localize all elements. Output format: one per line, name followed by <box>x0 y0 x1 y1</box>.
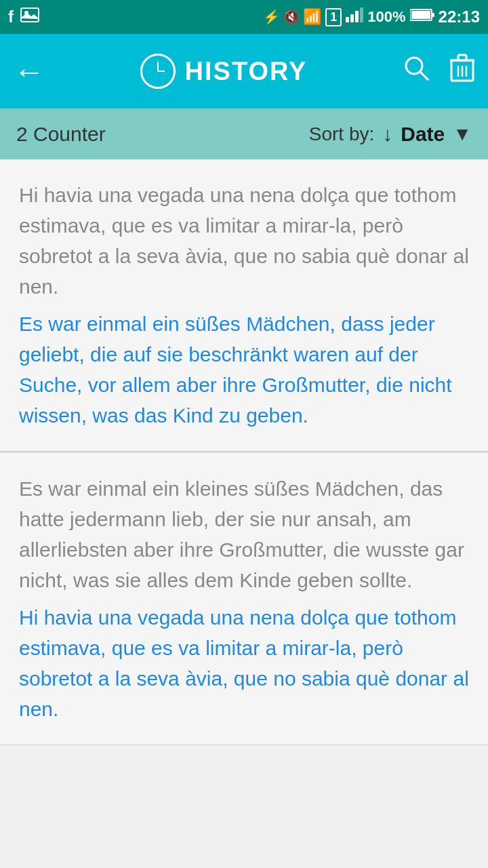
battery-icon <box>410 8 434 26</box>
signal-bars-icon <box>346 7 363 26</box>
sim1-icon: 1 <box>325 8 342 26</box>
battery-percent: 100% <box>367 8 405 26</box>
status-bar: f ⚡ 🔇 📶 1 100% <box>0 0 488 34</box>
sort-direction-icon[interactable]: ↓ <box>382 123 392 146</box>
card-gray-text-1: Hi havia una vegada una nena dolça que t… <box>19 180 469 302</box>
delete-button[interactable] <box>450 54 474 89</box>
wifi-icon: 📶 <box>303 8 321 26</box>
clock-icon <box>140 54 176 89</box>
svg-line-10 <box>420 72 428 80</box>
svg-rect-0 <box>21 8 39 22</box>
sort-value[interactable]: Date <box>401 123 445 146</box>
sort-bar: 2 Counter Sort by: ↓ Date ▼ <box>0 108 488 159</box>
mute-icon: 🔇 <box>284 9 299 24</box>
status-left-icons: f <box>8 7 39 26</box>
back-button[interactable]: ← <box>14 53 45 90</box>
bluetooth-icon: ⚡ <box>263 9 280 25</box>
image-icon <box>20 7 39 26</box>
card-blue-text-1: Es war einmal ein süßes Mädchen, dass je… <box>19 309 469 431</box>
svg-rect-8 <box>411 11 430 19</box>
status-right-icons: ⚡ 🔇 📶 1 100% 22:13 <box>263 7 480 26</box>
content-area: Hi havia una vegada una nena dolça que t… <box>0 159 488 745</box>
toolbar: ← HISTORY <box>0 34 488 108</box>
sort-by-label: Sort by: <box>309 123 374 145</box>
search-button[interactable] <box>403 54 430 88</box>
svg-rect-5 <box>360 7 363 22</box>
svg-rect-3 <box>350 14 354 22</box>
time-display: 22:13 <box>439 7 480 26</box>
counter-label: 2 Counter <box>16 123 106 146</box>
card-blue-text-2: Hi havia una vegada una nena dolça que t… <box>19 602 469 724</box>
sort-controls[interactable]: Sort by: ↓ Date ▼ <box>309 123 472 146</box>
facebook-icon: f <box>8 7 14 26</box>
svg-rect-7 <box>432 13 434 17</box>
dropdown-icon[interactable]: ▼ <box>453 123 472 145</box>
list-item[interactable]: Es war einmal ein kleines süßes Mädchen,… <box>0 453 488 745</box>
list-item[interactable]: Hi havia una vegada una nena dolça que t… <box>0 159 488 452</box>
svg-rect-4 <box>355 11 359 22</box>
svg-rect-13 <box>458 55 466 60</box>
toolbar-center: HISTORY <box>140 54 308 89</box>
svg-point-9 <box>406 58 422 74</box>
svg-rect-2 <box>346 17 349 22</box>
toolbar-title: HISTORY <box>185 57 308 86</box>
card-gray-text-2: Es war einmal ein kleines süßes Mädchen,… <box>19 473 469 595</box>
